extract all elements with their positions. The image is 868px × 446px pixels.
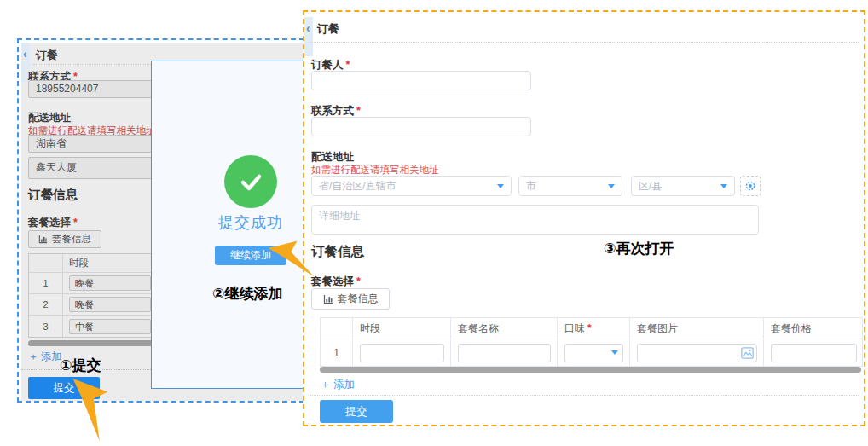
name-column-header: 套餐名称 — [451, 318, 558, 339]
flavor-select[interactable] — [564, 344, 623, 362]
picture-icon[interactable] — [741, 347, 754, 359]
table-row: 1 — [321, 339, 862, 366]
required-asterisk: * — [356, 105, 361, 117]
submit-button[interactable]: 提交 — [28, 377, 100, 399]
order-info-heading: 订餐信息 — [28, 187, 78, 203]
meal-info-button-label: 套餐信息 — [52, 233, 91, 246]
city-placeholder: 市 — [519, 179, 608, 194]
meal-name-input[interactable] — [458, 344, 551, 362]
time-input[interactable] — [360, 344, 444, 362]
time-column-header: 时段 — [353, 318, 451, 339]
horizontal-scrollbar[interactable] — [320, 367, 861, 373]
time-value-field[interactable]: 晚餐 — [69, 297, 151, 312]
table-header-row: 时段 套餐名称 口味* 套餐图片 套餐价格 — [321, 318, 862, 339]
submit-button[interactable]: 提交 — [320, 400, 393, 423]
address-label: 配送地址 — [311, 150, 354, 165]
time-value-field[interactable]: 中餐 — [69, 319, 151, 334]
contact-input[interactable] — [311, 117, 531, 136]
order-info-heading: 订餐信息 — [311, 243, 364, 261]
header-divider — [310, 42, 859, 43]
required-asterisk: * — [356, 275, 361, 287]
bar-chart-icon — [323, 294, 333, 304]
locate-target-icon — [744, 180, 756, 192]
chevron-down-icon — [497, 184, 504, 188]
index-column-header — [321, 318, 353, 339]
chevron-down-icon — [611, 350, 618, 355]
province-placeholder: 省/自治区/直辖市 — [312, 179, 497, 194]
required-asterisk: * — [73, 217, 78, 229]
district-placeholder: 区/县 — [632, 179, 720, 194]
province-select[interactable]: 省/自治区/直辖市 — [311, 176, 512, 196]
add-row-link[interactable]: ＋ 添加 — [320, 378, 355, 392]
footer-divider — [310, 395, 859, 396]
continue-add-button[interactable]: 继续添加 — [215, 246, 286, 265]
meal-select-label: 套餐选择* — [311, 275, 361, 289]
back-chevron-icon[interactable]: ‹ — [306, 22, 310, 34]
orderer-input[interactable] — [311, 71, 531, 90]
row-index: 1 — [333, 347, 339, 359]
meal-select-label: 套餐选择* — [28, 216, 78, 230]
step3-annotation: ③再次打开 — [604, 239, 674, 258]
meal-info-button[interactable]: 套餐信息 — [28, 230, 101, 248]
meal-price-input[interactable] — [771, 344, 857, 362]
address-hint: 如需进行配送请填写相关地址 — [311, 164, 439, 177]
image-column-header: 套餐图片 — [630, 318, 764, 339]
meal-info-button-label: 套餐信息 — [338, 292, 379, 306]
screenshot-canvas: ‹ 订餐 联系方式* 18955204407 配送地址 如需进行配送请填写相关地… — [0, 0, 868, 446]
step2-annotation: ②继续添加 — [212, 284, 282, 304]
address-detail-textarea[interactable] — [311, 205, 759, 235]
city-select[interactable]: 市 — [518, 176, 622, 196]
plus-icon: ＋ — [320, 379, 331, 391]
meal-info-button[interactable]: 套餐信息 — [311, 288, 390, 310]
add-row-link[interactable]: ＋ 添加 — [28, 350, 61, 364]
price-column-header: 套餐价格 — [764, 318, 862, 339]
locate-button[interactable] — [740, 176, 761, 196]
plus-icon: ＋ — [28, 350, 38, 362]
bar-chart-icon — [38, 235, 48, 244]
reopened-order-form-panel: ‹ 订餐 订餐人* 联系方式* 配送地址 如需进行配送请填写相关地址 省/自治区… — [303, 10, 865, 426]
chevron-down-icon — [720, 184, 727, 188]
required-asterisk: * — [587, 322, 592, 334]
row-index: 2 — [29, 294, 63, 315]
row-index: 1 — [29, 273, 63, 293]
meal-table: 时段 套餐名称 口味* 套餐图片 套餐价格 1 — [320, 317, 863, 367]
index-column-header — [29, 254, 63, 272]
row-index: 3 — [29, 316, 63, 337]
district-select[interactable]: 区/县 — [631, 176, 735, 196]
chevron-down-icon — [608, 184, 615, 188]
required-asterisk: * — [346, 59, 350, 71]
panel-title: 订餐 — [317, 21, 339, 37]
back-chevron-icon[interactable]: ‹ — [23, 48, 27, 60]
meal-image-input[interactable] — [637, 344, 757, 362]
step1-annotation: ①提交 — [60, 356, 101, 375]
address-label: 配送地址 — [28, 111, 71, 125]
panel-title: 订餐 — [36, 48, 58, 63]
time-value-field[interactable]: 晚餐 — [69, 275, 151, 291]
success-check-icon — [224, 155, 277, 208]
flavor-column-header: 口味* — [558, 318, 630, 339]
